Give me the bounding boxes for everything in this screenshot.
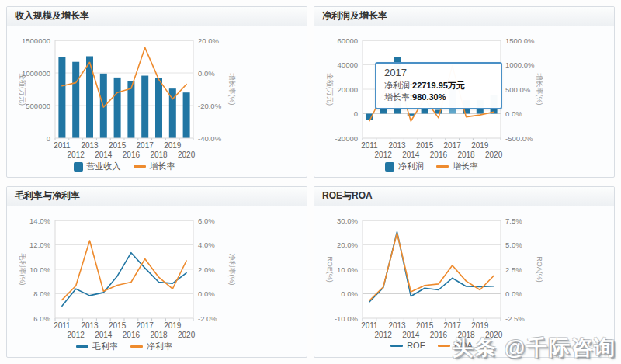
legend-label: 增长率 <box>150 161 175 172</box>
svg-text:-40.0%: -40.0% <box>198 134 222 143</box>
right-axis-name: ROA(%) <box>536 256 543 283</box>
svg-text:2017: 2017 <box>444 141 462 150</box>
panel-title: 净利润及增长率 <box>314 7 614 26</box>
svg-text:2016: 2016 <box>430 151 448 159</box>
tooltip-value: 980.30% <box>412 92 446 102</box>
right-axis-name: 增长率(%) <box>536 73 543 106</box>
panel-title: 毛利率与净利率 <box>7 187 307 206</box>
chart-body: -10.0%0.0%10.0%20.0%30.0%-2.5%0.0%2.5%5.… <box>314 206 614 357</box>
svg-text:1500.0%: 1500.0% <box>505 36 535 45</box>
svg-text:2.5%: 2.5% <box>505 265 522 274</box>
chart-tooltip: 2017 净利润:22719.95万元 增长率:980.30% <box>375 62 502 109</box>
svg-text:8.0%: 8.0% <box>33 289 50 298</box>
svg-text:2019: 2019 <box>471 141 489 150</box>
svg-text:500000: 500000 <box>26 102 50 110</box>
svg-text:6.0%: 6.0% <box>33 314 50 323</box>
legend-item-revenue[interactable]: 营业收入 <box>74 161 121 172</box>
svg-text:2011: 2011 <box>361 321 378 330</box>
svg-text:-10.0%: -10.0% <box>335 314 359 323</box>
svg-text:2020: 2020 <box>485 151 503 159</box>
svg-text:2014: 2014 <box>402 151 420 159</box>
svg-text:0.0%: 0.0% <box>505 289 522 298</box>
svg-text:10.0%: 10.0% <box>337 265 358 274</box>
svg-text:10.0%: 10.0% <box>29 265 50 274</box>
svg-text:2017: 2017 <box>444 321 462 330</box>
legend-item-gross-margin[interactable]: 毛利率 <box>76 341 118 352</box>
bar-swatch-icon <box>385 162 394 172</box>
legend-item-net-profit[interactable]: 净利润 <box>385 161 424 172</box>
legend-label: ROE <box>407 341 425 350</box>
svg-text:2014: 2014 <box>95 331 113 339</box>
svg-text:2020: 2020 <box>178 151 196 159</box>
svg-text:-20000: -20000 <box>335 134 358 143</box>
svg-text:2.0%: 2.0% <box>198 265 215 274</box>
x-axis-labels: 2011201220132014201520162017201820192020 <box>54 321 196 339</box>
svg-text:2015: 2015 <box>416 141 434 150</box>
tooltip-value: 22719.95万元 <box>412 81 465 90</box>
svg-text:2011: 2011 <box>54 141 71 150</box>
svg-text:2018: 2018 <box>150 331 168 339</box>
svg-text:7.5%: 7.5% <box>505 217 522 225</box>
svg-text:2012: 2012 <box>68 331 85 339</box>
x-axis-labels: 2011201220132014201520162017201820192020 <box>54 141 196 159</box>
svg-text:-2.0%: -2.0% <box>198 314 217 323</box>
line-swatch-icon <box>130 345 143 348</box>
svg-text:-20.0%: -20.0% <box>198 102 222 110</box>
svg-text:2011: 2011 <box>361 141 378 150</box>
svg-text:6.0%: 6.0% <box>198 217 215 225</box>
svg-text:2015: 2015 <box>109 141 127 150</box>
svg-text:0.0%: 0.0% <box>198 69 215 78</box>
legend-label: ROA <box>454 341 473 350</box>
left-axis-name: ROE(%) <box>326 256 334 283</box>
legend-item-growth-rate[interactable]: 增长率 <box>436 161 478 172</box>
legend-item-roe[interactable]: ROE <box>390 341 425 350</box>
panel-margins: 毛利率与净利率 6.0%8.0%10.0%12.0%14.0%-2.0%0.0%… <box>6 186 307 358</box>
svg-text:2013: 2013 <box>388 321 406 330</box>
x-axis-labels: 2011201220132014201520162017201820192020 <box>361 141 503 159</box>
svg-text:2016: 2016 <box>123 331 141 339</box>
svg-text:1500000: 1500000 <box>22 36 50 45</box>
svg-text:2013: 2013 <box>81 321 99 330</box>
chart-body: 6.0%8.0%10.0%12.0%14.0%-2.0%0.0%2.0%4.0%… <box>7 206 307 357</box>
legend-item-growth-rate[interactable]: 增长率 <box>134 161 175 172</box>
legend-label: 增长率 <box>453 161 478 172</box>
svg-text:0: 0 <box>47 134 50 143</box>
svg-text:4.0%: 4.0% <box>198 241 215 249</box>
line-swatch-icon <box>436 165 449 168</box>
line-swatch-icon <box>438 345 450 347</box>
left-axis-name: 金额(万元) <box>19 73 26 106</box>
legend-label: 营业收入 <box>87 161 121 172</box>
chart-legend: 净利润 增长率 <box>314 161 549 172</box>
svg-text:2012: 2012 <box>375 331 393 339</box>
svg-text:2012: 2012 <box>68 151 85 159</box>
revenue-growth-chart[interactable]: 050000010000001500000-40.0%-20.0%0.0%20.… <box>7 26 307 160</box>
x-axis-labels: 2011201220132014201520162017201820192020 <box>361 321 503 339</box>
left-axis-name: 毛利率(%) <box>19 253 26 286</box>
svg-text:2014: 2014 <box>95 151 113 159</box>
legend-label: 毛利率 <box>92 341 118 352</box>
svg-text:2011: 2011 <box>54 321 71 330</box>
svg-text:20.0%: 20.0% <box>198 36 219 45</box>
right-axis-name: 净利率(%) <box>228 254 236 286</box>
legend-item-roa[interactable]: ROA <box>438 341 473 350</box>
roe-roa-chart[interactable]: -10.0%0.0%10.0%20.0%30.0%-2.5%0.0%2.5%5.… <box>314 206 614 340</box>
svg-text:2013: 2013 <box>388 141 406 150</box>
svg-text:2015: 2015 <box>416 321 434 330</box>
chart-legend: 毛利率 净利率 <box>7 341 241 352</box>
chart-legend: 营业收入 增长率 <box>7 161 241 172</box>
svg-text:2018: 2018 <box>457 151 475 159</box>
svg-text:30.0%: 30.0% <box>337 217 358 225</box>
svg-text:20.0%: 20.0% <box>337 241 358 249</box>
svg-text:-2.5%: -2.5% <box>505 314 525 323</box>
margins-chart[interactable]: 6.0%8.0%10.0%12.0%14.0%-2.0%0.0%2.0%4.0%… <box>7 206 307 340</box>
legend-item-net-margin[interactable]: 净利率 <box>130 341 172 352</box>
left-axis-name: 金额(万元) <box>326 73 334 106</box>
right-axis-name: 增长率(%) <box>228 73 236 106</box>
chart-body: -200000200004000060000-500.0%0.0%500.0%1… <box>314 26 614 177</box>
panel-revenue-growth: 收入规模及增长率 050000010000001500000-40.0%-20.… <box>6 6 307 178</box>
svg-text:2014: 2014 <box>402 331 420 339</box>
svg-text:0.0%: 0.0% <box>505 109 522 118</box>
svg-text:2017: 2017 <box>137 141 154 150</box>
svg-text:2019: 2019 <box>164 141 182 150</box>
line-swatch-icon <box>76 345 88 348</box>
